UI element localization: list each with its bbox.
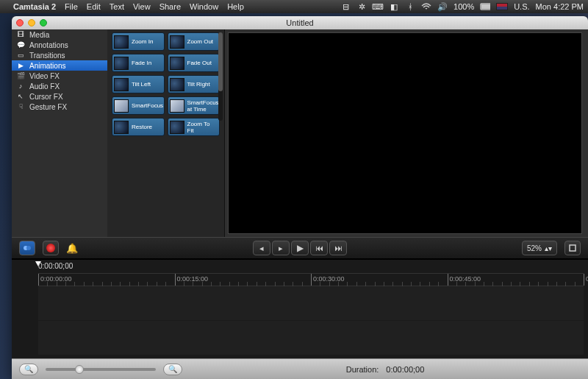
effect-thumb bbox=[114, 78, 129, 91]
status-icon-4[interactable]: ◧ bbox=[389, 2, 399, 11]
effects-scrollbar[interactable] bbox=[218, 32, 223, 121]
sidebar-item-label: Media bbox=[29, 31, 49, 39]
battery-icon[interactable] bbox=[480, 2, 490, 11]
effect-thumb bbox=[114, 99, 129, 113]
zoom-out-button[interactable]: 🔍 bbox=[19, 364, 38, 375]
effect-tilt-right[interactable]: Tilt Right bbox=[168, 75, 220, 93]
scrollbar-thumb[interactable] bbox=[218, 32, 223, 91]
effect-restore[interactable]: Restore bbox=[112, 118, 165, 136]
transitions-icon: ▭ bbox=[16, 52, 25, 59]
ruler-tick-major: 0:00:15:00 bbox=[175, 274, 176, 286]
next-frame-button[interactable]: ▸ bbox=[272, 241, 290, 255]
crop-button[interactable] bbox=[564, 241, 581, 255]
effect-thumb bbox=[170, 35, 184, 49]
status-icon-2[interactable]: ✲ bbox=[356, 2, 367, 11]
battery-percent[interactable]: 100% bbox=[453, 2, 474, 11]
play-button[interactable]: ▶ bbox=[291, 241, 309, 255]
sidebar-item-audio-fx[interactable]: ♪Audio FX bbox=[12, 81, 107, 91]
window-titlebar[interactable]: Untitled bbox=[12, 16, 588, 29]
svg-point-4 bbox=[26, 246, 31, 250]
sidebar-item-gesture-fx[interactable]: ☟Gesture FX bbox=[12, 102, 107, 112]
annotations-icon: 💬 bbox=[16, 41, 25, 49]
gesture-fx-icon: ☟ bbox=[16, 103, 25, 110]
cursor-fx-icon: ↖ bbox=[16, 93, 25, 100]
menu-window[interactable]: Window bbox=[190, 2, 218, 11]
menubar-status: ⊟ ✲ ⌨ ◧ ᚼ 🔊 100% U.S. Mon 4:22 PM bbox=[340, 2, 584, 11]
effect-fade-out[interactable]: Fade Out bbox=[168, 54, 220, 72]
preview-zoom-select[interactable]: 52% ▴▾ bbox=[522, 241, 557, 255]
input-country[interactable]: U.S. bbox=[514, 2, 529, 11]
menubar-clock[interactable]: Mon 4:22 PM bbox=[536, 2, 584, 11]
sidebar-item-transitions[interactable]: ▭Transitions bbox=[12, 50, 107, 60]
video-fx-icon: 🎬 bbox=[16, 72, 25, 79]
effect-zoom-to-fit[interactable]: Zoom To Fit bbox=[168, 118, 220, 136]
svg-rect-1 bbox=[481, 4, 490, 9]
app-menus: File Edit Text View Share Window Help bbox=[65, 2, 244, 11]
effect-zoom-in[interactable]: Zoom In bbox=[112, 32, 165, 51]
transport-controls: ◂ ▸ ▶ ⏮ ⏭ bbox=[253, 241, 347, 255]
effect-label: Fade In bbox=[132, 60, 151, 66]
effect-thumb bbox=[170, 121, 184, 134]
sidebar-item-cursor-fx[interactable]: ↖Cursor FX bbox=[12, 91, 107, 102]
video-preview[interactable] bbox=[228, 32, 582, 234]
effect-thumb bbox=[170, 99, 184, 113]
zoom-in-button[interactable]: 🔍 bbox=[163, 364, 182, 375]
effect-zoom-out[interactable]: Zoom Out bbox=[168, 32, 220, 51]
ruler-tick-major: 0:01:00:00 bbox=[584, 274, 584, 286]
ruler-tick-major: 0:00:00:00 bbox=[38, 274, 39, 286]
preview-area bbox=[225, 29, 588, 237]
duration-label: Duration: bbox=[346, 365, 379, 374]
effect-label: Fade Out bbox=[187, 60, 212, 66]
slider-knob[interactable] bbox=[75, 365, 84, 374]
sidebar-item-label: Cursor FX bbox=[29, 93, 63, 101]
effect-label: Tilt Left bbox=[132, 81, 151, 88]
effect-label: Tilt Right bbox=[187, 81, 210, 88]
timeline-ruler[interactable]: 0:00:00:000:00:15:000:00:30:000:00:45:00… bbox=[38, 273, 584, 286]
menu-help[interactable]: Help bbox=[227, 2, 244, 11]
status-icon-1[interactable]: ⊟ bbox=[340, 2, 351, 11]
menu-text[interactable]: Text bbox=[110, 2, 124, 11]
timeline-zoom-slider[interactable] bbox=[46, 368, 156, 371]
sidebar-item-video-fx[interactable]: 🎬Video FX bbox=[12, 71, 107, 81]
menu-edit[interactable]: Edit bbox=[87, 2, 101, 11]
svg-rect-5 bbox=[570, 245, 576, 251]
menu-file[interactable]: File bbox=[65, 2, 78, 11]
timeline-tracks[interactable] bbox=[38, 286, 584, 355]
effect-label: Zoom To Fit bbox=[187, 121, 218, 134]
sidebar-item-label: Video FX bbox=[29, 72, 60, 80]
effect-fade-in[interactable]: Fade In bbox=[112, 54, 165, 72]
menu-share[interactable]: Share bbox=[159, 2, 181, 11]
input-flag-icon[interactable] bbox=[496, 3, 508, 10]
volume-icon[interactable]: 🔊 bbox=[437, 2, 448, 11]
sidebar-item-label: Gesture FX bbox=[29, 103, 67, 111]
media-capture-button[interactable] bbox=[19, 241, 35, 255]
effect-thumb bbox=[170, 57, 184, 70]
effect-tilt-left[interactable]: Tilt Left bbox=[112, 75, 165, 93]
status-icon-3[interactable]: ⌨ bbox=[373, 2, 383, 11]
sidebar-item-label: Annotations bbox=[29, 41, 68, 49]
notifications-icon[interactable]: 🔔 bbox=[66, 243, 78, 254]
effect-smartfocus-at-time[interactable]: SmartFocus at Time bbox=[168, 96, 220, 115]
bluetooth-icon[interactable]: ᚼ bbox=[405, 2, 415, 11]
prev-frame-button[interactable]: ◂ bbox=[253, 241, 270, 255]
media-icon: 🎞 bbox=[16, 31, 25, 38]
app-window: Untitled 🎞Media💬Annotations▭Transitions▶… bbox=[12, 16, 588, 379]
skip-back-button[interactable]: ⏮ bbox=[310, 241, 328, 255]
animations-icon: ▶ bbox=[16, 62, 25, 69]
sidebar-item-media[interactable]: 🎞Media bbox=[12, 29, 107, 40]
effect-label: SmartFocus bbox=[132, 102, 163, 109]
sidebar-item-label: Transitions bbox=[29, 52, 65, 60]
effect-smartfocus[interactable]: SmartFocus bbox=[112, 96, 165, 115]
ruler-tick-major: 0:00:45:00 bbox=[448, 274, 448, 286]
sidebar-item-annotations[interactable]: 💬Annotations bbox=[12, 40, 107, 50]
wifi-icon[interactable] bbox=[421, 2, 431, 11]
sidebar-item-label: Audio FX bbox=[29, 82, 60, 91]
sidebar-item-animations[interactable]: ▶Animations bbox=[12, 60, 107, 71]
bottom-bar: 🔍 🔍 Duration: 0:00:00;00 bbox=[12, 358, 588, 379]
player-bar: 🔔 ◂ ▸ ▶ ⏮ ⏭ 52% ▴▾ bbox=[12, 237, 588, 259]
timeline[interactable]: 0:00:00;00 0:00:00:000:00:15:000:00:30:0… bbox=[12, 259, 588, 358]
skip-forward-button[interactable]: ⏭ bbox=[329, 241, 347, 255]
app-name[interactable]: Camtasia 2 bbox=[13, 2, 56, 11]
record-button[interactable] bbox=[43, 241, 59, 255]
menu-view[interactable]: View bbox=[133, 2, 151, 11]
